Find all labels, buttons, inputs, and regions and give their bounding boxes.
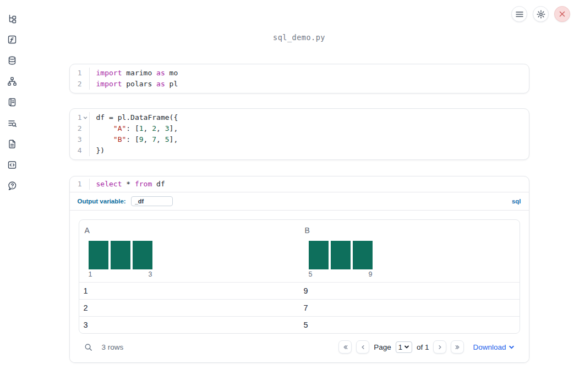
table-row: 1 9 [79, 282, 520, 299]
code-token: 5 [165, 135, 170, 143]
code-token: 2 [152, 124, 156, 132]
code-text: }) [89, 145, 105, 156]
sidebar-item-documentation[interactable] [7, 139, 18, 150]
pagination: Page 1 of 1 [338, 340, 464, 354]
code-line: 1 select * from df [70, 179, 529, 190]
sidebar-item-help[interactable] [7, 180, 18, 191]
code-token: "A" [113, 124, 126, 132]
code-token: 9 [139, 135, 144, 143]
chevrons-left-icon [342, 344, 349, 351]
notebook-menu-button[interactable] [511, 6, 527, 22]
shutdown-button[interactable] [554, 6, 570, 22]
sidebar-item-dependency-graph[interactable] [7, 76, 18, 87]
code-line: 2 import polars as pl [70, 79, 529, 90]
gutter-fold-slot [82, 179, 89, 190]
histogram-max-label: 9 [369, 270, 373, 278]
sql-cell: 1 select * from df Output variable: sql [69, 176, 529, 363]
fold-chevron-down-icon[interactable] [83, 115, 88, 120]
code-text: "B": [9, 7, 5], [89, 134, 178, 145]
script-scroll-icon [7, 97, 17, 107]
code-text: import polars as pl [89, 79, 178, 90]
sidebar-item-functions[interactable] [7, 34, 18, 45]
database-icon [7, 56, 17, 65]
code-token: , [144, 124, 152, 132]
code-text: select * from df [89, 179, 165, 190]
output-variable-input[interactable] [131, 196, 173, 206]
table-header-row: A 1 3 [79, 220, 520, 282]
sidebar-item-scratchpad-search[interactable] [7, 118, 18, 129]
histogram-bar [133, 241, 152, 269]
table-search-button[interactable] [84, 343, 92, 351]
table-cell-a: 1 [79, 283, 299, 299]
code-token: as [156, 69, 165, 77]
code-token: , [156, 135, 165, 143]
code-text: "A": [1, 2, 3], [89, 123, 178, 134]
page-of-label: of 1 [417, 343, 429, 351]
column-header-a[interactable]: A 1 3 [79, 220, 299, 282]
document-icon [7, 139, 17, 149]
code-token: 1 [139, 124, 144, 132]
gutter-fold-slot [82, 145, 89, 156]
code-token: polars [122, 80, 156, 88]
last-page-button[interactable] [451, 340, 464, 354]
code-token: ], [170, 124, 178, 132]
gutter-fold-slot [82, 79, 89, 90]
code-line: 4 }) [70, 145, 529, 156]
code-text: import marimo as mo [89, 68, 178, 79]
download-button[interactable]: Download [473, 343, 514, 351]
line-number: 1 [70, 179, 82, 190]
output-variable-row: Output variable: sql [70, 192, 529, 210]
gutter-fold-slot [82, 123, 89, 134]
sidebar-item-file-explorer[interactable] [7, 13, 18, 24]
code-token: import [96, 69, 122, 77]
histogram-bar [353, 241, 373, 269]
sql-editor[interactable]: 1 select * from df [70, 176, 529, 192]
hamburger-menu-icon [516, 11, 523, 18]
code-line: 1 df = pl.DataFrame({ [70, 112, 529, 123]
code-token: : [ [126, 135, 139, 143]
histogram-bar [111, 241, 130, 269]
marimo-app: sql_demo.py 1 import marimo as mo 2 impo… [0, 0, 574, 392]
column-histogram [309, 241, 514, 269]
column-histogram [89, 241, 294, 269]
code-token: as [156, 80, 165, 88]
code-token [96, 135, 113, 143]
code-token: df = pl.DataFrame({ [96, 113, 178, 122]
close-x-icon [559, 11, 565, 17]
code-token: "B" [113, 135, 126, 143]
page-select[interactable]: 1 [396, 341, 412, 353]
settings-button[interactable] [533, 6, 549, 22]
code-token: ], [170, 135, 178, 143]
chevron-right-icon [436, 344, 444, 351]
histogram-range: 5 9 [309, 270, 373, 278]
code-token: 3 [165, 124, 170, 132]
file-tree-icon [7, 14, 17, 24]
sidebar-item-logs[interactable] [7, 97, 18, 108]
table-cell-a: 2 [79, 300, 299, 316]
column-header-b[interactable]: B 5 9 [299, 220, 520, 282]
code-line: 1 import marimo as mo [70, 68, 529, 79]
code-token: mo [165, 69, 178, 77]
gear-icon [537, 10, 545, 19]
previous-page-button[interactable] [356, 340, 369, 354]
first-page-button[interactable] [338, 340, 352, 354]
table-cell-b: 7 [299, 300, 520, 316]
code-editor[interactable]: 1 df = pl.DataFrame({ 2 "A": [1, 2, 3], … [70, 109, 529, 159]
sidebar-item-datasources[interactable] [7, 55, 18, 66]
code-token: select [96, 180, 122, 188]
code-token: , [144, 135, 152, 143]
sidebar-item-snippets[interactable] [7, 159, 18, 170]
chevron-down-icon [404, 344, 409, 350]
column-name: B [305, 226, 514, 235]
gutter-fold-slot [82, 134, 89, 145]
code-token: import [96, 80, 122, 88]
dataframe-table: A 1 3 [79, 219, 520, 334]
row-count-label: 3 rows [102, 343, 124, 351]
list-search-icon [7, 118, 17, 128]
code-editor[interactable]: 1 import marimo as mo 2 import polars as… [70, 64, 529, 93]
table-cell-a: 3 [79, 317, 299, 333]
histogram-min-label: 1 [89, 270, 92, 278]
next-page-button[interactable] [433, 340, 446, 354]
code-text: df = pl.DataFrame({ [89, 112, 178, 123]
histogram-bar [89, 241, 108, 269]
